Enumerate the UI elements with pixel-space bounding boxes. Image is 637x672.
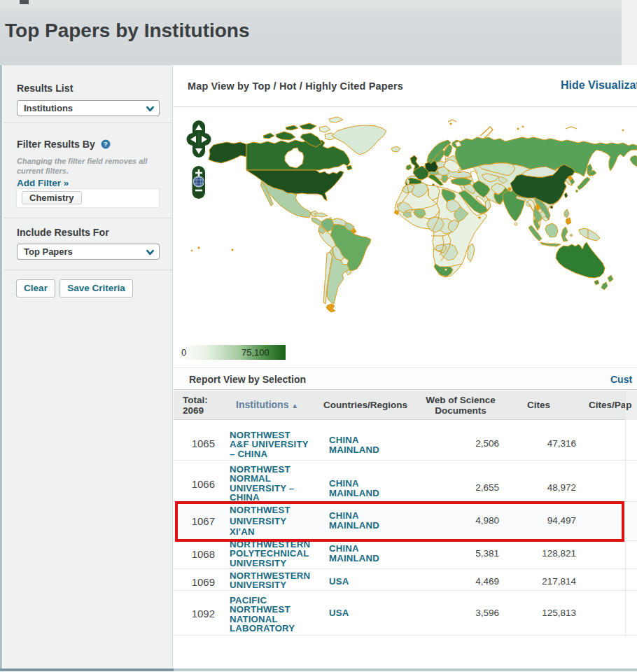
svg-text:?: ? (104, 140, 108, 148)
